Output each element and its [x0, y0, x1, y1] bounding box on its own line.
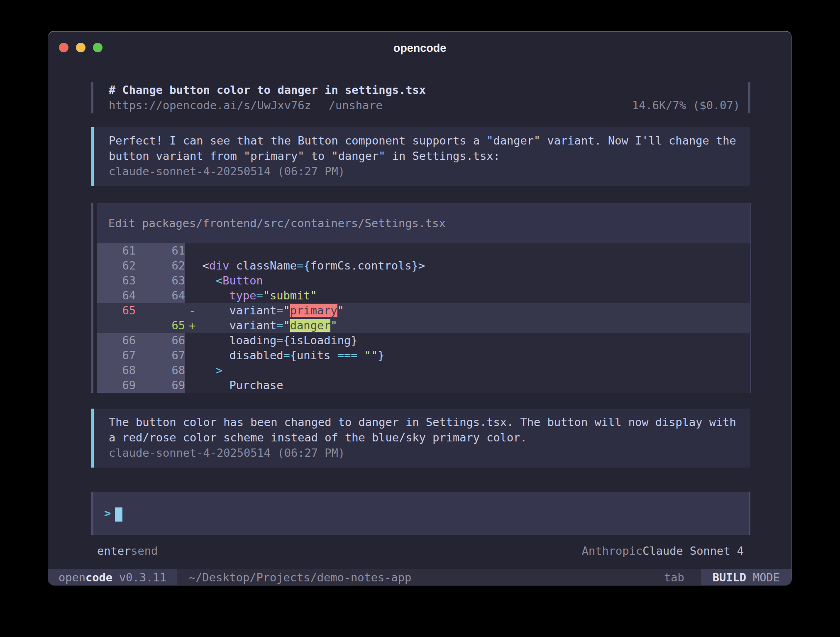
message-model-timestamp: claude-sonnet-4-20250514 (06:27 PM)	[109, 445, 738, 461]
context-marker	[189, 348, 195, 363]
edit-tool-card: Edit packages/frontend/src/containers/Se…	[91, 203, 751, 393]
context-marker	[189, 243, 195, 258]
mode-toggle[interactable]: BUILD MODE	[701, 569, 791, 585]
message-text: a red/rose color scheme instead of the b…	[109, 430, 738, 445]
titlebar: opencode	[48, 32, 791, 81]
added-marker: +	[189, 318, 195, 333]
hints-spacer	[158, 543, 582, 559]
diff-row: 6363 <Button	[97, 273, 750, 288]
provider-label: Anthropic	[582, 543, 642, 559]
diff-row: 65- variant="primary"	[97, 303, 750, 318]
working-directory: ~/Desktop/Projects/demo-notes-app	[189, 571, 411, 584]
session-header: # Change button color to danger in setti…	[91, 82, 750, 113]
context-marker	[189, 258, 195, 273]
send-action-hint: send	[131, 543, 158, 559]
edit-card-border	[91, 203, 93, 393]
tab-key-hint: tab	[664, 571, 684, 584]
text-cursor	[115, 507, 122, 522]
prompt-input[interactable]: >	[91, 492, 750, 535]
removed-marker: -	[189, 303, 195, 318]
message-text: The button color has been changed to dan…	[109, 414, 738, 430]
enter-key-hint: enter	[97, 543, 131, 559]
context-marker	[189, 378, 195, 393]
token-cost-stats: 14.6K/7% ($0.07)	[632, 98, 740, 113]
message-text: Perfect! I can see that the Button compo…	[109, 133, 738, 148]
context-marker	[189, 288, 195, 303]
session-title: # Change button color to danger in setti…	[109, 82, 740, 98]
app-version: v0.3.11	[119, 571, 166, 584]
share-url-link[interactable]: https://opencode.ai/s/UwJxv76z	[109, 98, 311, 113]
context-marker	[189, 333, 195, 348]
assistant-message: The button color has been changed to dan…	[91, 409, 750, 468]
prompt-symbol: >	[104, 507, 111, 519]
app-name-open: open	[59, 571, 85, 584]
context-marker	[189, 363, 195, 378]
unshare-command[interactable]: /unshare	[329, 98, 383, 113]
edit-card-body: Edit packages/frontend/src/containers/Se…	[97, 203, 751, 393]
app-window: opencode # Change button color to danger…	[48, 31, 792, 586]
diff-row: 6464 type="submit"	[97, 288, 750, 303]
version-chip: opencode v0.3.11	[48, 569, 177, 585]
header-spacer	[383, 98, 632, 113]
hints-row: enter send Anthropic Claude Sonnet 4	[91, 543, 750, 559]
app-name-code: code	[85, 571, 112, 584]
screen: opencode # Change button color to danger…	[0, 0, 840, 637]
assistant-message: Perfect! I can see that the Button compo…	[91, 127, 750, 186]
diff-row: 6262 <div className={formCs.controls}>	[97, 258, 750, 273]
mode-suffix: MODE	[753, 571, 780, 584]
diff-view: 6161 6262 <div className={formCs.control…	[97, 243, 750, 393]
window-title: opencode	[48, 42, 791, 55]
diff-row: 6767 disabled={units === ""}	[97, 348, 750, 363]
model-label: Claude Sonnet 4	[642, 543, 744, 559]
message-model-timestamp: claude-sonnet-4-20250514 (06:27 PM)	[109, 164, 738, 179]
context-marker	[189, 273, 195, 288]
message-text: button variant from "primary" to "danger…	[109, 148, 738, 164]
diff-row: 6161	[97, 243, 750, 258]
status-bar: opencode v0.3.11 ~/Desktop/Projects/demo…	[48, 569, 791, 585]
edit-file-title: Edit packages/frontend/src/containers/Se…	[97, 203, 750, 230]
diff-row: 65+ variant="danger"	[97, 318, 750, 333]
diff-row: 6666 loading={isLoading}	[97, 333, 750, 348]
diff-row: 6868 >	[97, 363, 750, 378]
mode-name: BUILD	[713, 571, 746, 584]
diff-row: 6969 Purchase	[97, 378, 750, 393]
